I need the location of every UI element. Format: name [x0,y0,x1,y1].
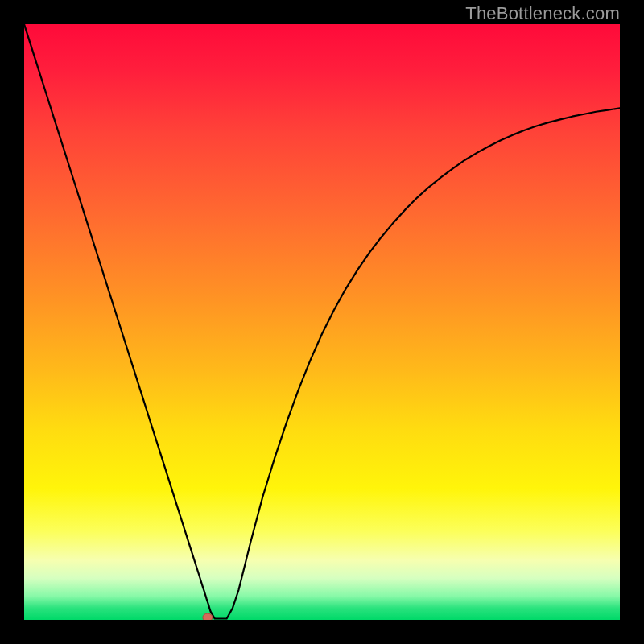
plot-area [24,24,620,620]
chart-frame: TheBottleneck.com [0,0,644,644]
watermark-text: TheBottleneck.com [465,3,620,24]
optimal-point-marker [203,613,213,620]
chart-svg [24,24,620,620]
bottleneck-curve [24,24,620,619]
